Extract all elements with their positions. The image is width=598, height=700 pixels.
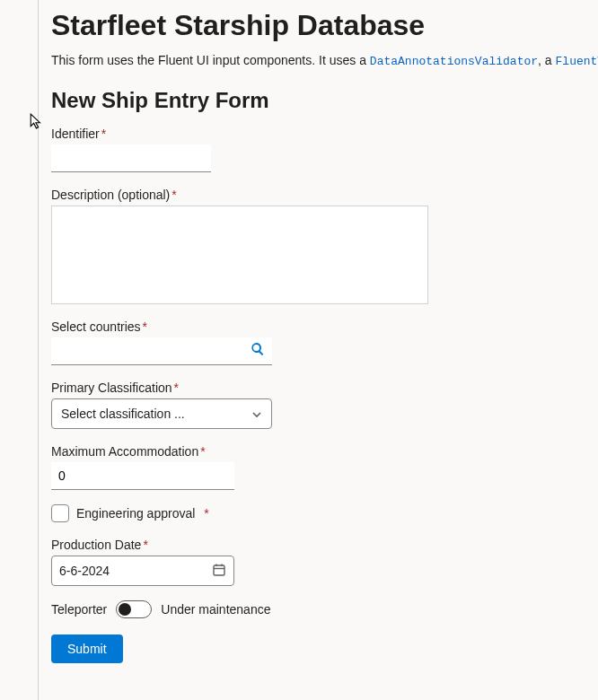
identifier-label: Identifier [51, 127, 100, 141]
approval-checkbox[interactable] [51, 504, 69, 522]
production-date-value: 6-6-2024 [59, 564, 110, 578]
required-marker: * [143, 538, 147, 552]
required-marker: * [204, 506, 208, 521]
code-ref-1: DataAnnotationsValidator [370, 55, 538, 68]
teleporter-switch[interactable] [116, 600, 152, 618]
intro-text: This form uses the Fluent UI input compo… [51, 53, 598, 68]
approval-label: Engineering approval [76, 506, 195, 521]
accommodation-input[interactable] [51, 462, 234, 490]
classification-select[interactable]: Select classification ... [51, 398, 272, 429]
code-ref-2: FluentValida [556, 55, 598, 68]
accommodation-label: Maximum Accommodation [51, 444, 198, 459]
required-marker: * [101, 127, 106, 141]
countries-combobox[interactable] [51, 337, 272, 365]
classification-label: Primary Classification [51, 381, 172, 395]
required-marker: * [200, 444, 205, 459]
required-marker: * [143, 319, 147, 334]
svg-rect-0 [214, 565, 224, 575]
required-marker: * [171, 188, 176, 202]
identifier-input[interactable] [51, 144, 211, 172]
form-heading: New Ship Entry Form [51, 88, 598, 113]
teleporter-state: Under maintenance [161, 602, 270, 617]
switch-knob [119, 603, 131, 616]
countries-label: Select countries [51, 319, 141, 334]
classification-selected: Select classification ... [61, 407, 185, 421]
production-label: Production Date [51, 538, 141, 552]
description-input[interactable] [51, 206, 428, 304]
search-icon[interactable] [251, 342, 265, 360]
chevron-down-icon [251, 408, 262, 419]
description-label: Description (optional) [51, 188, 170, 202]
teleporter-label: Teleporter [51, 602, 107, 617]
calendar-icon[interactable] [212, 563, 226, 580]
production-date-input[interactable]: 6-6-2024 [51, 556, 234, 586]
countries-input[interactable] [58, 344, 251, 358]
required-marker: * [174, 381, 179, 395]
page-title: Starfleet Starship Database [51, 9, 598, 42]
submit-button[interactable]: Submit [51, 634, 123, 663]
